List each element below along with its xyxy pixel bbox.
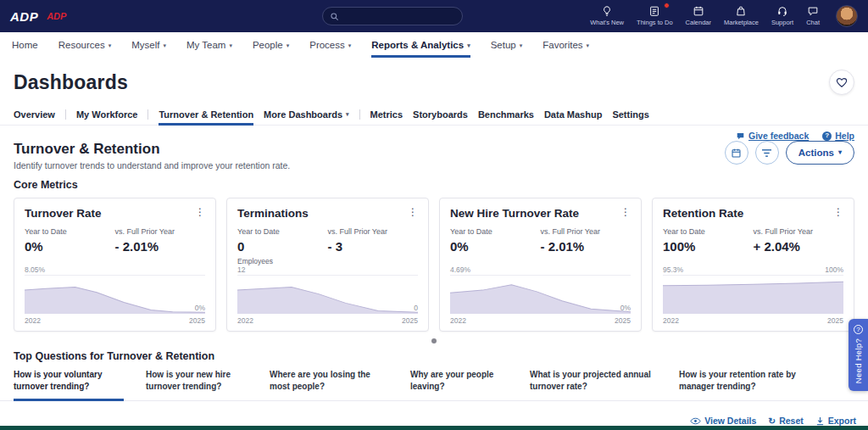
chart-year-end: 2025 [615,316,631,325]
kebab-menu-icon[interactable]: ⋮ [620,207,631,217]
tab-label: Turnover & Retention [159,109,253,120]
nav-label: Reports & Analytics [371,40,464,50]
dashboard-tabs: Overview My Workforce Turnover & Retenti… [0,103,868,126]
notification-badge [664,3,670,8]
tab-metrics[interactable]: Metrics [370,103,403,125]
actions-button[interactable]: Actions ▾ [786,141,854,165]
chat-button[interactable]: Chat [806,5,820,26]
metric-value: - 3 [328,239,419,254]
help-icon: ? [822,131,832,141]
nav-label: Resources [58,40,105,50]
whats-new-button[interactable]: What's New [590,5,624,26]
chevron-down-icon: ▾ [346,111,349,117]
question-tab-people-leaving[interactable]: Why are your people leaving? [410,369,508,400]
chart-end-label: 0% [620,304,631,312]
chart-year-start: 2022 [663,316,679,325]
carousel-dot[interactable] [431,338,437,343]
card-title: Terminations [237,207,309,220]
question-tabs: How is your voluntary turnover trending?… [0,369,868,401]
chat-bubble-icon [807,5,819,17]
nav-item-home[interactable]: Home [12,32,38,58]
tab-turnover-retention[interactable]: Turnover & Retention [159,103,253,125]
app-window: ADP ADP What's New Things to Do [0,0,868,430]
calendar-button[interactable]: Calendar [686,5,711,26]
bottom-edge [0,426,868,430]
tab-storyboards[interactable]: Storyboards [413,103,468,125]
kebab-menu-icon[interactable]: ⋮ [833,207,843,217]
reset-link[interactable]: ↻ Reset [768,416,803,426]
nav-item-reports-analytics[interactable]: Reports & Analytics▾ [371,32,470,58]
tab-data-mashup[interactable]: Data Mashup [544,103,602,125]
profile-avatar[interactable] [836,5,858,27]
actions-label: Actions [798,148,834,158]
give-feedback-link[interactable]: Give feedback [736,131,809,141]
nav-label: People [253,40,283,50]
link-label: Export [828,416,856,426]
date-range-button[interactable] [725,141,748,165]
tab-benchmarks[interactable]: Benchmarks [478,103,534,125]
need-help-tab[interactable]: ? Need Help? [849,319,868,391]
nav-item-resources[interactable]: Resources▾ [58,32,111,58]
question-tab-voluntary-turnover[interactable]: How is your voluntary turnover trending? [14,369,124,400]
tab-label: More Dashboards [264,109,342,120]
filter-icon [761,148,772,158]
global-search[interactable] [322,7,463,25]
lightbulb-icon [601,5,613,17]
link-label: Help [835,131,854,141]
tab-label: Storyboards [413,109,468,120]
section-subtitle: Identify turnover trends to understand a… [14,160,290,170]
favorite-button[interactable] [829,70,854,95]
chart-max-label: 12 [237,265,245,274]
tab-settings[interactable]: Settings [612,103,648,125]
question-tab-retention-by-manager[interactable]: How is your retention rate by manager tr… [679,369,815,400]
kebab-menu-icon[interactable]: ⋮ [408,207,418,217]
chart-max-label: 95.3% [663,265,683,274]
tab-label: Benchmarks [478,109,534,120]
nav-item-my-team[interactable]: My Team▾ [186,32,232,58]
nav-item-process[interactable]: Process▾ [309,32,351,58]
top-item-label: What's New [590,19,624,26]
trend-area-chart [663,275,843,314]
company-logo: ADP [47,11,66,21]
top-item-label: Chat [806,19,820,26]
tab-more-dashboards[interactable]: More Dashboards▾ [264,103,348,125]
metric-value: - 2.01% [541,239,632,254]
calendar-icon [693,5,704,17]
top-item-label: Things to Do [637,19,673,26]
support-button[interactable]: Support [771,5,793,26]
help-link[interactable]: ? Help [822,131,854,141]
metric-value: - 2.01% [115,239,206,254]
question-mark-icon: ? [854,325,863,334]
question-tab-projected-turnover[interactable]: What is your projected annual turnover r… [530,369,657,400]
nav-item-favorites[interactable]: Favorites▾ [542,32,589,58]
chart-year-start: 2022 [237,316,253,325]
things-to-do-button[interactable]: Things to Do [637,5,673,26]
section-title: Turnover & Retention [14,141,290,158]
filter-button[interactable] [755,141,779,165]
tab-overview[interactable]: Overview [14,103,55,125]
question-tab-losing-people[interactable]: Where are you losing the most people? [270,369,388,400]
metric-value: + 2.04% [754,239,844,254]
card-title: Retention Rate [663,207,743,220]
export-link[interactable]: Export [815,416,856,426]
section-header: Turnover & Retention Identify turnover t… [0,141,868,177]
topbar: ADP ADP What's New Things to Do [0,0,868,32]
chevron-down-icon: ▾ [163,42,166,48]
nav-item-myself[interactable]: Myself▾ [131,32,166,58]
view-details-link[interactable]: View Details [690,416,756,426]
question-tab-new-hire-turnover[interactable]: How is your new hire turnover trending? [146,369,248,400]
nav-item-setup[interactable]: Setup▾ [491,32,523,58]
nav-item-people[interactable]: People▾ [253,32,289,58]
marketplace-button[interactable]: Marketplace [724,5,759,26]
nav-label: Home [12,40,38,50]
link-label: View Details [704,416,756,426]
adp-logo: ADP [10,9,38,24]
feedback-chat-icon [736,131,745,141]
tab-my-workforce[interactable]: My Workforce [76,103,138,125]
kebab-menu-icon[interactable]: ⋮ [195,207,205,217]
metric-label: Year to Date [237,227,328,236]
page-header: Dashboards [0,58,868,103]
search-input[interactable] [343,12,455,21]
top-item-label: Marketplace [724,19,759,26]
tab-label: Settings [612,109,648,120]
